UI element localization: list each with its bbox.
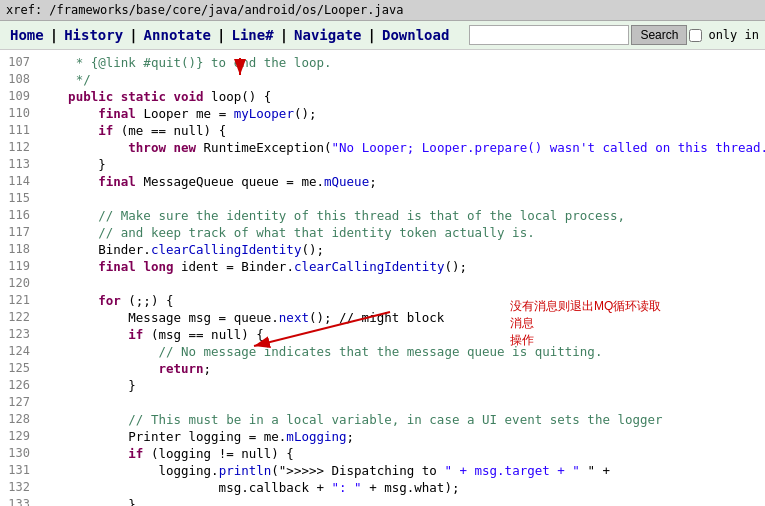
table-row: 113 }: [0, 156, 765, 173]
table-row: 125 return;: [0, 360, 765, 377]
line-number: 110: [0, 105, 38, 122]
nav-home[interactable]: Home: [6, 25, 48, 45]
code-content: */: [38, 71, 765, 88]
chinese-note: 没有消息则退出MQ循环读取消息操作: [510, 298, 670, 348]
table-row: 108 */: [0, 71, 765, 88]
code-content: final Looper me = myLooper();: [38, 105, 765, 122]
table-row: 117 // and keep track of what that ident…: [0, 224, 765, 241]
code-content: logging.println(">>>>> Dispatching to " …: [38, 462, 765, 479]
table-row: 120: [0, 275, 765, 292]
table-row: 129 Printer logging = me.mLogging;: [0, 428, 765, 445]
line-number: 133: [0, 496, 38, 506]
line-number: 120: [0, 275, 38, 292]
only-in-label: only in: [708, 28, 759, 42]
nav-download[interactable]: Download: [378, 25, 453, 45]
code-content: // and keep track of what that identity …: [38, 224, 765, 241]
table-row: 109 public static void loop() {: [0, 88, 765, 105]
line-number: 121: [0, 292, 38, 309]
code-content: [38, 275, 765, 292]
code-content: * {@link #quit()} to end the loop.: [38, 54, 765, 71]
line-number: 112: [0, 139, 38, 156]
search-input[interactable]: [469, 25, 629, 45]
line-number: 125: [0, 360, 38, 377]
table-row: 132 msg.callback + ": " + msg.what);: [0, 479, 765, 496]
table-row: 116 // Make sure the identity of this th…: [0, 207, 765, 224]
line-number: 115: [0, 190, 38, 207]
nav-annotate[interactable]: Annotate: [140, 25, 215, 45]
code-content: msg.callback + ": " + msg.what);: [38, 479, 765, 496]
line-number: 122: [0, 309, 38, 326]
line-number: 114: [0, 173, 38, 190]
line-number: 118: [0, 241, 38, 258]
table-row: 114 final MessageQueue queue = me.mQueue…: [0, 173, 765, 190]
code-content: // This must be in a local variable, in …: [38, 411, 765, 428]
table-row: 118 Binder.clearCallingIdentity();: [0, 241, 765, 258]
table-row: 110 final Looper me = myLooper();: [0, 105, 765, 122]
line-number: 124: [0, 343, 38, 360]
title-text: xref: /frameworks/base/core/java/android…: [6, 3, 403, 17]
search-button[interactable]: Search: [631, 25, 687, 45]
code-content: Binder.clearCallingIdentity();: [38, 241, 765, 258]
table-row: 107 * {@link #quit()} to end the loop.: [0, 54, 765, 71]
code-content: // Make sure the identity of this thread…: [38, 207, 765, 224]
code-content: throw new RuntimeException("No Looper; L…: [38, 139, 765, 156]
line-number: 131: [0, 462, 38, 479]
lines-container: 107 * {@link #quit()} to end the loop.10…: [0, 54, 765, 506]
code-content: Printer logging = me.mLogging;: [38, 428, 765, 445]
line-number: 108: [0, 71, 38, 88]
line-number: 117: [0, 224, 38, 241]
table-row: 115: [0, 190, 765, 207]
code-content: public static void loop() {: [38, 88, 765, 105]
line-number: 107: [0, 54, 38, 71]
line-number: 132: [0, 479, 38, 496]
table-row: 112 throw new RuntimeException("No Loope…: [0, 139, 765, 156]
table-row: 128 // This must be in a local variable,…: [0, 411, 765, 428]
line-number: 128: [0, 411, 38, 428]
nav-history[interactable]: History: [60, 25, 127, 45]
table-row: 130 if (logging != null) {: [0, 445, 765, 462]
table-row: 111 if (me == null) {: [0, 122, 765, 139]
table-row: 126 }: [0, 377, 765, 394]
line-number: 119: [0, 258, 38, 275]
table-row: 127: [0, 394, 765, 411]
line-number: 127: [0, 394, 38, 411]
code-content: }: [38, 496, 765, 506]
line-number: 109: [0, 88, 38, 105]
code-content: }: [38, 377, 765, 394]
nav-lineno[interactable]: Line#: [227, 25, 277, 45]
code-content: [38, 394, 765, 411]
code-content: return;: [38, 360, 765, 377]
line-number: 116: [0, 207, 38, 224]
code-content: }: [38, 156, 765, 173]
nav-navigate[interactable]: Navigate: [290, 25, 365, 45]
line-number: 111: [0, 122, 38, 139]
table-row: 131 logging.println(">>>>> Dispatching t…: [0, 462, 765, 479]
code-content: if (logging != null) {: [38, 445, 765, 462]
code-area: 107 * {@link #quit()} to end the loop.10…: [0, 50, 765, 506]
code-content: [38, 190, 765, 207]
line-number: 130: [0, 445, 38, 462]
code-content: final long ident = Binder.clearCallingId…: [38, 258, 765, 275]
line-number: 126: [0, 377, 38, 394]
line-number: 123: [0, 326, 38, 343]
line-number: 113: [0, 156, 38, 173]
table-row: 119 final long ident = Binder.clearCalli…: [0, 258, 765, 275]
line-number: 129: [0, 428, 38, 445]
title-bar: xref: /frameworks/base/core/java/android…: [0, 0, 765, 21]
code-content: if (me == null) {: [38, 122, 765, 139]
only-in-checkbox[interactable]: [689, 29, 702, 42]
code-content: final MessageQueue queue = me.mQueue;: [38, 173, 765, 190]
nav-bar: Home | History | Annotate | Line# | Navi…: [0, 21, 765, 50]
table-row: 133 }: [0, 496, 765, 506]
